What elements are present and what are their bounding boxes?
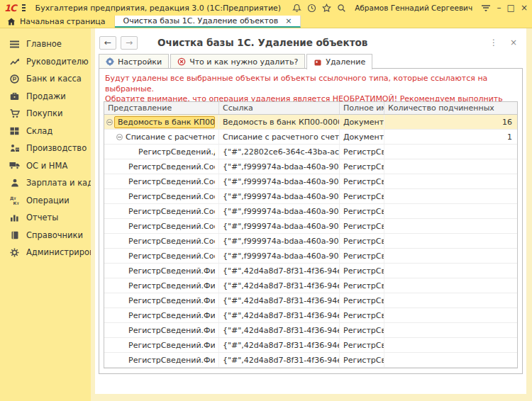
sidebar-item-1[interactable]: Руководителю	[0, 53, 91, 71]
table-row[interactable]: РегистрСведений.СоставДокум...{"#",f9999…	[104, 234, 517, 249]
form-tab-label: Настройки	[118, 57, 162, 67]
cell-reference: {"#",42d4a8d7-8f31-4f36-94e9-ee5cfa3440d…	[219, 278, 340, 293]
object-name: РегистрСведений.ДанныеП...	[138, 147, 215, 157]
cart-icon	[9, 108, 20, 119]
maximize-button[interactable]: □	[507, 2, 515, 13]
tab-home-page[interactable]: Начальная страница	[0, 16, 115, 28]
cell-subordinate-count	[384, 338, 517, 352]
form-tab-strip: НастройкиЧто и как нужно удалить?Удалени…	[99, 54, 374, 69]
sidebar-item-7[interactable]: ОС и НМА	[0, 157, 91, 175]
sidebar-item-9[interactable]: ДтКтОперации	[0, 192, 91, 210]
sidebar-item-12[interactable]: Администрирование	[0, 244, 91, 261]
object-name: РегистрСведений.Физические...	[128, 326, 215, 335]
question-delete-icon	[177, 57, 186, 66]
table-row[interactable]: РегистрСведений.СоставДокум...{"#",f9999…	[104, 189, 517, 204]
table-row[interactable]: РегистрСведений.СоставДокум...{"#",f9999…	[104, 219, 517, 234]
service-menu-icon[interactable]	[481, 2, 491, 13]
nav-back-button[interactable]: ←	[99, 36, 116, 50]
operations-icon: ДтКт	[9, 195, 20, 205]
object-name: РегистрСведений.СоставДокум...	[128, 252, 215, 261]
column-header-0: Представление	[104, 102, 219, 114]
form-tab-1[interactable]: Что и как нужно удалить?	[170, 54, 305, 69]
deletion-panel: Будут удалены все выбранные объекты и об…	[99, 68, 523, 374]
sidebar-item-6[interactable]: Производство	[0, 140, 91, 157]
sidebar-item-4[interactable]: Покупки	[0, 105, 91, 123]
warehouse-icon	[9, 125, 20, 136]
object-name: РегистрСведений.СоставДокум...	[128, 207, 215, 216]
sidebar-item-5[interactable]: Склад	[0, 123, 91, 140]
sidebar-item-label: Отчеты	[26, 213, 58, 222]
object-name: РегистрСведений.Физические...	[128, 296, 215, 305]
form-header: ← → Очистка базы 1С. Удаление объектов ⋮…	[95, 34, 526, 51]
sidebar-item-label: Продажи	[26, 91, 66, 101]
table-row[interactable]: РегистрСведений.Физические...{"#",42d4a8…	[104, 264, 517, 278]
table-row[interactable]: РегистрСведений.ДанныеП...{"#",22802ce6-…	[104, 145, 517, 159]
cell-full-name: РегистрСве...	[340, 293, 384, 307]
person-icon	[9, 178, 20, 188]
cell-representation: Ведомость в банк КП00-000001 от...	[104, 115, 219, 129]
close-form-icon[interactable]: ×	[506, 36, 521, 49]
table-row[interactable]: РегистрСведений.Физические...{"#",42d4a8…	[104, 278, 517, 293]
column-header-3: Количество подчиненных	[384, 102, 517, 114]
object-name: РегистрСведений.Физические...	[128, 356, 215, 365]
cell-subordinate-count	[384, 249, 517, 263]
nav-forward-button[interactable]: →	[121, 36, 138, 50]
table-row[interactable]: РегистрСведений.СоставДокум...{"#",f9999…	[104, 159, 517, 174]
cell-full-name: РегистрСве...	[340, 159, 384, 174]
sidebar-item-10[interactable]: Отчеты	[0, 209, 91, 227]
form-tab-0[interactable]: Настройки	[99, 54, 169, 69]
form-tab-label: Удаление	[326, 57, 365, 67]
cleanup-form: ← → Очистка базы 1С. Удаление объектов ⋮…	[95, 28, 526, 394]
history-icon[interactable]	[307, 2, 316, 13]
form-tab-2[interactable]: Удаление	[306, 54, 372, 69]
cell-full-name: РегистрСве...	[340, 189, 384, 203]
column-header-2: Полное имя	[340, 102, 384, 114]
sidebar-item-0[interactable]: Главное	[0, 35, 91, 53]
table-row[interactable]: РегистрСведений.СоставДокум...{"#",f9999…	[104, 174, 517, 189]
cell-subordinate-count	[384, 159, 517, 174]
book-icon	[9, 230, 20, 240]
cell-subordinate-count	[384, 189, 517, 203]
minimize-button[interactable]: –	[497, 2, 501, 13]
table-row[interactable]: РегистрСведений.Физические...{"#",42d4a8…	[104, 308, 517, 323]
object-name: РегистрСведений.СоставДокум...	[128, 192, 215, 201]
table-row[interactable]: Ведомость в банк КП00-000001 от...Ведомо…	[104, 115, 517, 130]
more-menu-icon[interactable]: ⋮	[487, 36, 501, 49]
sidebar-item-label: Банк и касса	[26, 74, 82, 84]
page-tabs-bar: Начальная страница Очистка базы 1С. Удал…	[0, 16, 532, 28]
sidebar-item-2[interactable]: Банк и касса	[0, 70, 91, 88]
table-row[interactable]: РегистрСведений.СоставДокум...{"#",f9999…	[104, 249, 517, 264]
cell-subordinate-count: 1	[384, 130, 517, 144]
main-menu-icon[interactable]	[22, 4, 26, 11]
table-row[interactable]: РегистрСведений.СоставДокум...{"#",f9999…	[104, 204, 517, 219]
tab-cleanup-page[interactable]: Очистка базы 1С. Удаление объектов ×	[115, 16, 301, 28]
cell-subordinate-count	[384, 234, 517, 248]
cell-full-name: РегистрСве...	[340, 308, 384, 322]
user-name[interactable]: Абрамов Геннадий Сергеевич	[355, 4, 472, 12]
table-row[interactable]: Списание с расчетного счета К...Списание…	[104, 130, 517, 145]
tree-collapse-icon[interactable]	[106, 119, 113, 125]
table-row[interactable]: РегистрСведений.Физические...{"#",42d4a8…	[104, 323, 517, 338]
close-tab-icon[interactable]: ×	[285, 16, 292, 26]
sidebar-item-3[interactable]: Продажи	[0, 88, 91, 106]
production-icon	[9, 143, 20, 154]
cell-reference: {"#",f999974a-bdaa-460a-90d2-948d8c4c649…	[219, 234, 340, 248]
delete-icon	[314, 58, 322, 67]
table-row[interactable]: РегистрСведений.Физические...{"#",42d4a8…	[104, 353, 517, 368]
table-row[interactable]: РегистрСведений.Физические...{"#",42d4a8…	[104, 338, 517, 353]
cell-representation: РегистрСведений.СоставДокум...	[104, 204, 219, 218]
bell-icon[interactable]	[292, 2, 301, 13]
search-icon[interactable]	[337, 2, 346, 13]
cell-full-name: Документ.С...	[340, 130, 384, 144]
table-row[interactable]: РегистрСведений.Физические...{"#",42d4a8…	[104, 293, 517, 308]
star-icon[interactable]	[322, 2, 331, 13]
cell-representation: РегистрСведений.СоставДокум...	[104, 174, 219, 188]
tree-collapse-icon[interactable]	[116, 134, 123, 140]
sidebar-item-8[interactable]: Зарплата и кадры	[0, 174, 91, 192]
sidebar-item-11[interactable]: Справочники	[0, 227, 91, 244]
cell-representation: Списание с расчетного счета К...	[104, 130, 219, 144]
cell-reference: {"#",42d4a8d7-8f31-4f36-94e9-ee5cfa3440d…	[219, 293, 340, 307]
close-window-button[interactable]: ×	[521, 2, 528, 13]
cell-representation: РегистрСведений.Физические...	[104, 323, 219, 337]
cell-reference: {"#",f999974a-bdaa-460a-90d2-948d8c4c649…	[219, 204, 340, 218]
